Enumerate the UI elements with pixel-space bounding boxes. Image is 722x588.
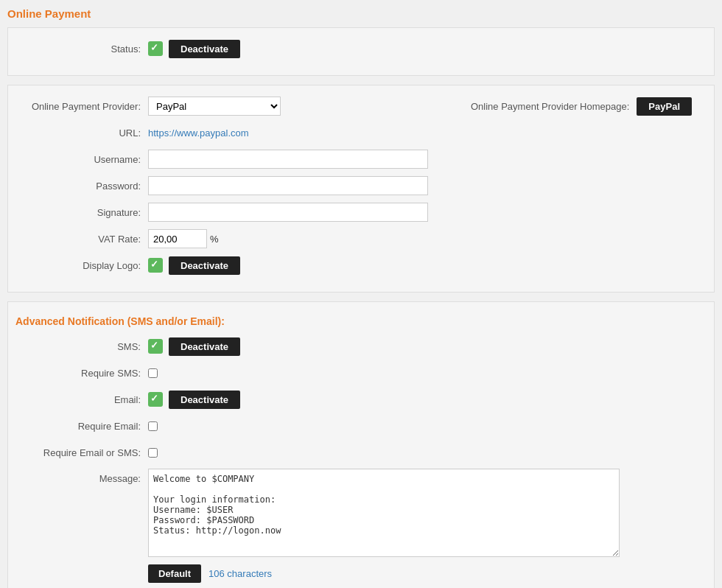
- provider-row: Online Payment Provider: PayPal Stripe O…: [15, 96, 707, 116]
- default-button[interactable]: Default: [148, 564, 201, 583]
- status-section: Status: Deactivate: [7, 27, 715, 76]
- require-sms-row: Require SMS:: [15, 363, 707, 383]
- url-row: URL: https://www.paypal.com: [15, 122, 707, 143]
- signature-row: Signature:: [15, 202, 707, 223]
- default-control: Default 106 characters: [148, 564, 707, 583]
- status-control: Deactivate: [148, 40, 707, 58]
- require-email-sms-row: Require Email or SMS:: [15, 442, 707, 463]
- display-logo-label: Display Logo:: [15, 260, 148, 271]
- username-row: Username:: [15, 149, 707, 169]
- signature-label: Signature:: [15, 207, 148, 218]
- email-row: Email: Deactivate: [15, 389, 707, 410]
- require-email-label: Require Email:: [15, 421, 148, 432]
- sms-deactivate-button[interactable]: Deactivate: [169, 337, 240, 356]
- status-deactivate-button[interactable]: Deactivate: [169, 40, 240, 58]
- char-count: 106 characters: [208, 568, 272, 579]
- sms-control: Deactivate: [148, 337, 707, 356]
- vat-symbol: %: [210, 234, 219, 245]
- sms-row: SMS: Deactivate: [15, 336, 707, 357]
- provider-right: Online Payment Provider Homepage: PayPal: [471, 97, 707, 116]
- require-email-sms-label: Require Email or SMS:: [15, 447, 148, 458]
- sms-check-icon: [148, 339, 163, 354]
- require-email-row: Require Email:: [15, 416, 707, 436]
- page-title: Online Payment: [7, 7, 715, 20]
- require-email-sms-control: [148, 448, 707, 458]
- username-control: [148, 150, 707, 169]
- vat-control: %: [148, 229, 707, 248]
- display-logo-control: Deactivate: [148, 256, 707, 275]
- email-deactivate-button[interactable]: Deactivate: [169, 391, 240, 409]
- provider-label: Online Payment Provider:: [15, 101, 148, 112]
- password-control: [148, 176, 707, 195]
- display-logo-deactivate-button[interactable]: Deactivate: [169, 256, 240, 275]
- username-input[interactable]: [148, 150, 428, 169]
- message-row: Message: Welcome to $COMPANY Your login …: [15, 469, 707, 557]
- username-label: Username:: [15, 154, 148, 165]
- sms-label: SMS:: [15, 341, 148, 352]
- email-check-icon: [148, 392, 163, 407]
- url-control: https://www.paypal.com: [148, 127, 707, 139]
- url-link[interactable]: https://www.paypal.com: [148, 127, 249, 139]
- status-label: Status:: [15, 43, 148, 55]
- provider-homepage-button[interactable]: PayPal: [637, 97, 692, 116]
- password-row: Password:: [15, 175, 707, 196]
- vat-label: VAT Rate:: [15, 234, 148, 245]
- signature-input[interactable]: [148, 203, 428, 222]
- email-label: Email:: [15, 394, 148, 405]
- signature-control: [148, 203, 707, 222]
- default-row: Default 106 characters: [15, 563, 707, 584]
- notification-title: Advanced Notification (SMS and/or Email)…: [15, 315, 707, 327]
- require-email-sms-checkbox[interactable]: [148, 448, 158, 458]
- url-label: URL:: [15, 127, 148, 139]
- provider-control: PayPal Stripe Other: [148, 97, 471, 116]
- vat-row: VAT Rate: %: [15, 228, 707, 249]
- email-control: Deactivate: [148, 391, 707, 409]
- notification-section: Advanced Notification (SMS and/or Email)…: [7, 301, 715, 588]
- require-email-checkbox[interactable]: [148, 421, 158, 431]
- display-logo-row: Display Logo: Deactivate: [15, 255, 707, 276]
- require-sms-label: Require SMS:: [15, 368, 148, 379]
- provider-section: Online Payment Provider: PayPal Stripe O…: [7, 85, 715, 293]
- require-email-control: [148, 421, 707, 431]
- status-check-icon: [148, 41, 163, 56]
- provider-homepage-label: Online Payment Provider Homepage:: [471, 101, 629, 112]
- message-textarea[interactable]: Welcome to $COMPANY Your login informati…: [148, 469, 620, 557]
- password-label: Password:: [15, 181, 148, 192]
- require-sms-control: [148, 368, 707, 378]
- display-logo-check-icon: [148, 258, 163, 273]
- vat-input[interactable]: [148, 229, 207, 248]
- require-sms-checkbox[interactable]: [148, 368, 158, 378]
- message-label: Message:: [15, 469, 148, 484]
- password-input[interactable]: [148, 176, 428, 195]
- provider-select[interactable]: PayPal Stripe Other: [148, 97, 281, 116]
- message-control: Welcome to $COMPANY Your login informati…: [148, 469, 707, 557]
